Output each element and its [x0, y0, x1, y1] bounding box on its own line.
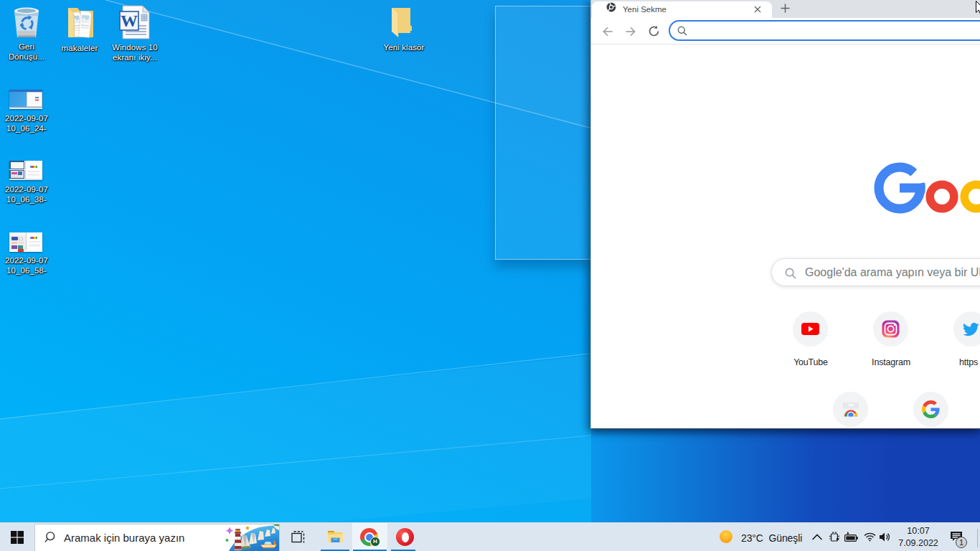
svg-text:W: W [121, 11, 138, 30]
